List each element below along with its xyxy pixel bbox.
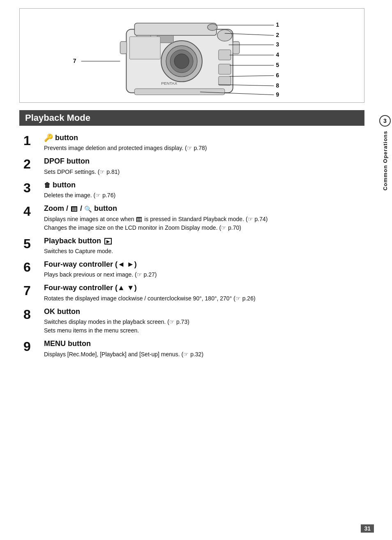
svg-point-5 <box>174 54 189 69</box>
item-number-5: 5 <box>23 236 44 250</box>
item-number-7: 7 <box>23 283 44 297</box>
item-title-3: 🗑 button <box>44 180 356 190</box>
svg-text:7: 7 <box>73 58 76 64</box>
item-desc-7: Rotates the displayed image clockwise / … <box>44 294 356 303</box>
list-item: 3 🗑 button Deletes the image. (☞ p.76) <box>23 180 356 200</box>
item-title-9: MENU button <box>44 339 356 348</box>
svg-rect-13 <box>129 37 160 59</box>
item-number-4: 4 <box>23 204 44 218</box>
item-content-3: 🗑 button Deletes the image. (☞ p.76) <box>44 180 356 200</box>
item-number-8: 8 <box>23 307 44 321</box>
svg-text:6: 6 <box>276 72 279 78</box>
list-item: 2 DPOF button Sets DPOF settings. (☞ p.8… <box>23 157 356 176</box>
item-number-9: 9 <box>23 339 44 353</box>
svg-rect-11 <box>219 64 231 74</box>
page-number: 31 <box>361 524 374 533</box>
item-title-5: Playback button ▶ <box>44 236 356 246</box>
item-desc-9: Displays [Rec.Mode], [Playback] and [Set… <box>44 350 356 359</box>
item-desc-3: Deletes the image. (☞ p.76) <box>44 191 356 200</box>
svg-rect-1 <box>134 23 217 35</box>
item-desc-2: Sets DPOF settings. (☞ p.81) <box>44 168 356 176</box>
item-desc-6: Plays back previous or next image. (☞ p.… <box>44 270 356 279</box>
svg-point-9 <box>217 30 232 41</box>
camera-diagram: PENTAX 1 2 3 4 <box>19 8 364 103</box>
item-content-7: Four-way controller (▲ ▼) Rotates the di… <box>44 283 356 302</box>
svg-text:2: 2 <box>276 32 279 38</box>
item-content-2: DPOF button Sets DPOF settings. (☞ p.81) <box>44 157 356 176</box>
item-title-7: Four-way controller (▲ ▼) <box>44 283 356 293</box>
item-content-5: Playback button ▶ Switches to Capture mo… <box>44 236 356 256</box>
item-content-1: 🔑 button Prevents image deletion and pro… <box>44 133 356 152</box>
grid-icon <box>71 206 77 212</box>
section-header: Playback Mode <box>19 110 364 126</box>
svg-rect-16 <box>233 42 240 54</box>
grid-icon-inline <box>136 217 142 222</box>
svg-text:1: 1 <box>276 21 279 28</box>
camera-diagram-svg: PENTAX 1 2 3 4 <box>20 9 364 102</box>
item-title-8: OK button <box>44 307 356 316</box>
svg-line-28 <box>230 76 274 76</box>
trash-icon: 🗑 <box>44 182 51 189</box>
item-desc-1: Prevents image deletion and protected im… <box>44 144 356 152</box>
chapter-title: Common Operations <box>382 131 388 191</box>
list-item: 8 OK button Switches display modes in th… <box>23 307 356 335</box>
svg-text:9: 9 <box>276 91 279 98</box>
svg-rect-17 <box>134 89 224 95</box>
list-item: 1 🔑 button Prevents image deletion and p… <box>23 133 356 152</box>
list-item: 7 Four-way controller (▲ ▼) Rotates the … <box>23 283 356 302</box>
svg-point-8 <box>208 24 217 30</box>
item-desc-5: Switches to Capture mode. <box>44 247 356 256</box>
section-title: Playback Mode <box>25 113 90 123</box>
item-title-1: 🔑 button <box>44 133 356 143</box>
svg-rect-10 <box>219 50 231 60</box>
svg-text:5: 5 <box>276 62 279 68</box>
item-title-4: Zoom / / 🔍 button <box>44 204 356 213</box>
item-content-4: Zoom / / 🔍 button Displays nine images a… <box>44 204 356 232</box>
item-content-8: OK button Switches display modes in the … <box>44 307 356 335</box>
svg-text:PENTAX: PENTAX <box>161 81 177 85</box>
list-item: 5 Playback button ▶ Switches to Capture … <box>23 236 356 256</box>
svg-rect-12 <box>219 76 231 85</box>
svg-text:8: 8 <box>276 82 279 89</box>
list-item: 6 Four-way controller (◄ ►) Plays back p… <box>23 260 356 279</box>
item-content-9: MENU button Displays [Rec.Mode], [Playba… <box>44 339 356 358</box>
item-number-1: 1 <box>23 133 44 147</box>
chapter-number: 3 <box>379 115 391 127</box>
item-title-2: DPOF button <box>44 157 356 166</box>
item-number-3: 3 <box>23 180 44 194</box>
item-content-6: Four-way controller (◄ ►) Plays back pre… <box>44 260 356 279</box>
svg-text:4: 4 <box>276 51 279 58</box>
item-title-6: Four-way controller (◄ ►) <box>44 260 356 269</box>
item-number-6: 6 <box>23 260 44 274</box>
list-item: 4 Zoom / / 🔍 button Displays nine images… <box>23 204 356 232</box>
item-number-2: 2 <box>23 157 44 171</box>
magnify-icon: 🔍 <box>84 205 92 212</box>
item-desc-8b: Sets menu items in the menu screen. <box>44 326 356 335</box>
items-list: 1 🔑 button Prevents image deletion and p… <box>19 133 356 359</box>
key-icon: 🔑 <box>44 134 53 142</box>
svg-text:3: 3 <box>276 41 279 48</box>
item-desc-8a: Switches display modes in the playback s… <box>44 318 356 326</box>
svg-rect-15 <box>120 42 127 54</box>
list-item: 9 MENU button Displays [Rec.Mode], [Play… <box>23 339 356 358</box>
playback-button-icon: ▶ <box>104 238 112 245</box>
item-desc-4a: Displays nine images at once when is pre… <box>44 215 356 224</box>
side-tab: 3 Common Operations <box>378 0 392 540</box>
item-desc-4b: Changes the image size on the LCD monito… <box>44 224 356 232</box>
